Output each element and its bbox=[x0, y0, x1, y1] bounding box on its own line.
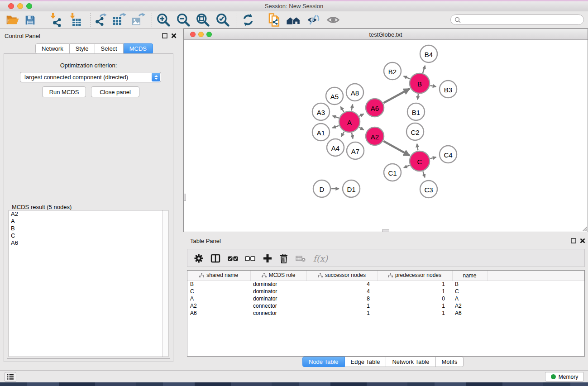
column-header-successor-nodes[interactable]: successor nodes bbox=[306, 271, 377, 281]
select-all-button[interactable] bbox=[227, 253, 239, 264]
graph-node-A[interactable]: A bbox=[339, 111, 360, 132]
graph-node-A1[interactable]: A1 bbox=[312, 124, 330, 141]
graph-edge-C-C4[interactable] bbox=[430, 157, 436, 158]
close-table-panel-icon[interactable] bbox=[580, 238, 585, 243]
export-table-button[interactable] bbox=[111, 13, 127, 27]
mcds-result-item[interactable]: C bbox=[9, 232, 168, 239]
tab-network[interactable]: Network bbox=[35, 43, 70, 54]
window-bottom-grip[interactable] bbox=[382, 229, 389, 232]
import-table-button[interactable] bbox=[67, 13, 83, 27]
zoom-in-button[interactable] bbox=[155, 13, 172, 27]
graph-node-C[interactable]: C bbox=[410, 151, 430, 171]
graph-edge-A-A8[interactable] bbox=[352, 105, 353, 111]
table-cell[interactable]: dominator bbox=[250, 288, 306, 295]
import-network-button[interactable] bbox=[47, 13, 63, 27]
graph-node-A3[interactable]: A3 bbox=[312, 103, 330, 120]
column-selector-button[interactable] bbox=[210, 253, 221, 264]
table-options-button[interactable] bbox=[193, 253, 205, 264]
window-left-grip[interactable] bbox=[184, 194, 186, 201]
graph-node-A7[interactable]: A7 bbox=[347, 142, 364, 159]
column-header-shared-name[interactable]: shared name bbox=[187, 271, 250, 281]
graph-node-A5[interactable]: A5 bbox=[326, 87, 343, 105]
table-cell[interactable]: connector bbox=[250, 310, 306, 317]
table-row[interactable]: Adominator80A bbox=[187, 295, 584, 302]
table-cell[interactable]: 1 bbox=[377, 310, 452, 317]
graph-node-A6[interactable]: A6 bbox=[366, 99, 384, 117]
graph-node-C2[interactable]: C2 bbox=[406, 123, 424, 140]
delete-column-button[interactable] bbox=[278, 253, 290, 264]
graph-edge-B-B3[interactable] bbox=[430, 86, 436, 87]
tab-edge-table[interactable]: Edge Table bbox=[345, 357, 387, 367]
tab-motifs[interactable]: Motifs bbox=[436, 357, 464, 367]
close-panel-button[interactable]: Close panel bbox=[91, 86, 139, 97]
float-table-panel-icon[interactable] bbox=[571, 238, 576, 243]
table-cell[interactable] bbox=[487, 310, 584, 317]
memory-button[interactable]: Memory bbox=[545, 372, 584, 381]
graph-node-C1[interactable]: C1 bbox=[384, 164, 401, 181]
tab-node-table[interactable]: Node Table bbox=[302, 357, 345, 367]
table-cell[interactable]: 4 bbox=[306, 288, 377, 295]
create-column-button[interactable] bbox=[262, 253, 273, 264]
show-task-history-button[interactable] bbox=[5, 372, 16, 382]
graph-node-A8[interactable]: A8 bbox=[346, 84, 363, 101]
table-cell[interactable]: dominator bbox=[250, 295, 306, 302]
column-header-mcds-role[interactable]: MCDS role bbox=[250, 271, 306, 281]
table-row[interactable]: Bdominator41B bbox=[187, 281, 584, 288]
graph-edge-C-C2[interactable] bbox=[417, 144, 418, 151]
ndex-home-button[interactable] bbox=[285, 13, 301, 27]
graph-edge-A-A5[interactable] bbox=[341, 106, 344, 112]
table-cell[interactable]: A2 bbox=[187, 302, 250, 310]
table-cell[interactable]: 4 bbox=[306, 281, 377, 288]
window-resize-handle[interactable] bbox=[581, 225, 587, 231]
optimization-criterion-select[interactable]: largest connected component (directed) bbox=[20, 72, 161, 82]
graph-edge-A-A2[interactable] bbox=[359, 127, 364, 130]
table-cell[interactable]: B bbox=[452, 281, 487, 288]
table-cell[interactable]: dominator bbox=[250, 281, 306, 288]
graph-edge-A-A6[interactable] bbox=[359, 114, 364, 116]
graph-edge-B-B1[interactable] bbox=[417, 94, 418, 100]
graph-node-A2[interactable]: A2 bbox=[366, 127, 384, 145]
function-builder-button[interactable]: f(x) bbox=[311, 253, 330, 264]
refresh-network-button[interactable] bbox=[240, 13, 256, 27]
zoom-selected-button[interactable] bbox=[215, 13, 231, 27]
network-window-titlebar[interactable]: testGlobe.txt bbox=[184, 29, 588, 40]
graph-edge-A6-B[interactable] bbox=[383, 89, 410, 103]
table-cell[interactable]: A2 bbox=[452, 302, 487, 310]
table-cell[interactable] bbox=[487, 295, 584, 302]
table-cell[interactable]: A6 bbox=[187, 310, 250, 317]
column-header-predecessor-nodes[interactable]: predecessor nodes bbox=[377, 271, 452, 281]
zoom-fit-button[interactable] bbox=[195, 13, 211, 27]
tab-style[interactable]: Style bbox=[70, 43, 95, 54]
graph-node-B3[interactable]: B3 bbox=[440, 81, 457, 98]
graph-edge-A-A1[interactable] bbox=[332, 126, 339, 128]
table-cell[interactable]: 0 bbox=[377, 295, 452, 302]
table-cell[interactable]: A bbox=[187, 295, 250, 302]
tab-select[interactable]: Select bbox=[95, 43, 124, 54]
graph-edge-B-B2[interactable] bbox=[404, 76, 410, 79]
mcds-result-item[interactable]: A2 bbox=[9, 210, 168, 218]
graph-node-B2[interactable]: B2 bbox=[384, 62, 401, 80]
graph-node-C3[interactable]: C3 bbox=[420, 181, 437, 198]
graph-node-A4[interactable]: A4 bbox=[327, 139, 344, 156]
tab-network-table[interactable]: Network Table bbox=[386, 357, 435, 367]
table-cell[interactable]: B bbox=[187, 281, 250, 288]
deselect-all-button[interactable] bbox=[244, 253, 256, 264]
table-row[interactable]: A2connector11A2 bbox=[187, 302, 584, 310]
open-session-button[interactable] bbox=[5, 13, 21, 27]
graph-node-D1[interactable]: D1 bbox=[343, 180, 360, 197]
mcds-result-list[interactable]: A2ABCA6 bbox=[9, 210, 168, 357]
mcds-result-item[interactable]: A bbox=[9, 218, 168, 225]
graph-edge-C-C1[interactable] bbox=[404, 165, 410, 167]
export-network-button[interactable] bbox=[92, 13, 108, 27]
table-cell[interactable]: 8 bbox=[306, 295, 377, 302]
table-cell[interactable]: 1 bbox=[377, 288, 452, 295]
zoom-out-button[interactable] bbox=[175, 13, 191, 27]
mcds-result-item[interactable]: A6 bbox=[9, 239, 168, 247]
graph-node-D[interactable]: D bbox=[313, 180, 330, 197]
save-session-button[interactable] bbox=[22, 13, 38, 27]
show-graphics-details-button[interactable] bbox=[325, 13, 341, 27]
table-row[interactable]: Cdominator41C bbox=[187, 288, 584, 295]
table-cell[interactable]: C bbox=[452, 288, 487, 295]
graph-node-B4[interactable]: B4 bbox=[420, 45, 437, 62]
table-cell[interactable]: A bbox=[452, 295, 487, 302]
